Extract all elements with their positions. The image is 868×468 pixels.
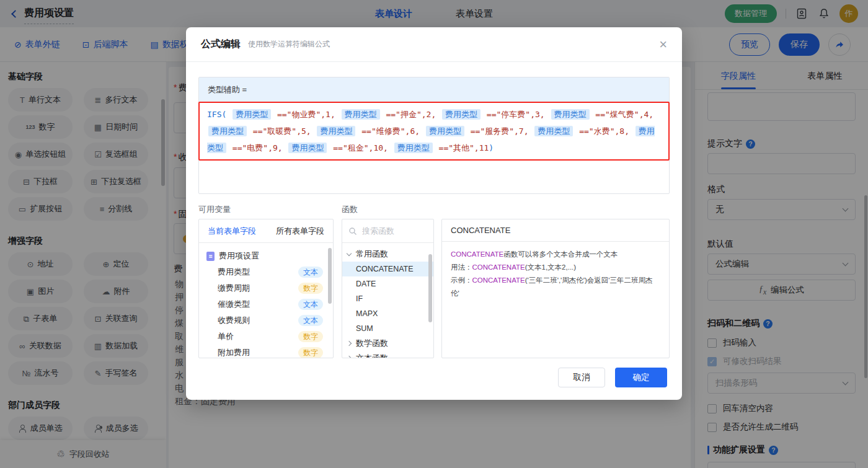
variable-row[interactable]: 收费规则文本 (199, 312, 333, 329)
function-keyword: ) (489, 143, 494, 152)
function-item[interactable]: DATE (342, 276, 433, 291)
field-chip[interactable]: 费用类型 (534, 126, 573, 136)
variable-type-badge: 数字 (298, 331, 323, 342)
field-chip[interactable]: 费用类型 (288, 143, 327, 153)
usage-args: (文本1,文本2,...) (525, 263, 576, 271)
function-detail-example: 示例：CONCATENATE('三年二班','周杰伦')会返回'三年二班周杰伦' (451, 274, 660, 300)
formula-literal: =="其他",11 (434, 143, 489, 152)
example-label: 示例： (451, 276, 472, 284)
variable-name: 收费规则 (218, 315, 250, 326)
function-group[interactable]: 常用函数 (342, 247, 433, 262)
form-doc-icon: ≣ (206, 252, 215, 261)
modal-body: 类型辅助 = IFS( 费用类型 =="物业费",1, 费用类型 =="押金",… (186, 62, 682, 358)
function-detail-usage: 用法：CONCATENATE(文本1,文本2,...) (451, 261, 660, 274)
usage-label: 用法： (451, 263, 472, 271)
chevron-right-icon (347, 356, 352, 358)
variables-form-row: ≣费用项设置 (199, 248, 333, 264)
formula-literal: =="停车费",3, (482, 110, 549, 119)
field-chip[interactable]: 费用类型 (394, 143, 433, 153)
variable-type-badge: 数字 (298, 347, 323, 358)
function-detail-body: CONCATENATE函数可以将多个文本合并成一个文本 用法：CONCATENA… (442, 242, 669, 306)
function-detail-panel: CONCATENATE CONCATENATE函数可以将多个文本合并成一个文本 … (441, 219, 670, 358)
field-chip[interactable]: 费用类型 (442, 109, 480, 120)
function-search-input[interactable] (362, 226, 424, 236)
function-group-name: 常用函数 (356, 249, 388, 260)
formula-code[interactable]: IFS( 费用类型 =="物业费",1, 费用类型 =="押金",2, 费用类型… (198, 102, 670, 161)
app-root: 费用项设置 表单设计表单设置 数据管理 作 ⊘表单外链⊡后端脚本▤数据权限 预览… (0, 0, 868, 468)
formula-literal: =="物业费",1, (272, 110, 340, 119)
formula-literal: =="水费",8, (574, 126, 634, 136)
variable-row[interactable]: 附加费用数字 (199, 345, 333, 358)
variable-name: 单价 (218, 331, 234, 342)
functions-scrollbar[interactable] (428, 254, 432, 322)
formula-editor-modal: 公式编辑 使用数学运算符编辑公式 × 类型辅助 = IFS( 费用类型 =="物… (186, 27, 682, 400)
function-search (342, 219, 433, 243)
field-chip[interactable]: 费用类型 (232, 109, 271, 120)
modal-footer: 取消 确定 (558, 368, 667, 387)
formula-literal: =="服务费",7, (466, 126, 533, 136)
formula-literal: =="押金",2, (381, 110, 441, 119)
function-detail-title: CONCATENATE (442, 219, 669, 242)
variable-row[interactable]: 缴费周期数字 (199, 280, 333, 296)
formula-literal: =="租金",10, (328, 143, 392, 152)
form-name: 费用项设置 (219, 250, 259, 262)
chevron-right-icon (347, 341, 352, 346)
variable-row[interactable]: 催缴类型文本 (199, 296, 333, 312)
formula-target: 类型辅助 = (199, 77, 669, 102)
function-name: CONCATENATE (451, 250, 503, 258)
field-chip[interactable]: 费用类型 (317, 126, 355, 136)
variable-name: 附加费用 (218, 347, 250, 358)
modal-title: 公式编辑 (201, 38, 241, 51)
function-group-name: 数学函数 (356, 338, 388, 349)
function-name: CONCATENATE (472, 263, 525, 271)
variables-panel: 当前表单字段 所有表单字段 ≣费用项设置费用类型文本缴费周期数字催缴类型文本收费… (198, 219, 334, 358)
chevron-down-icon (347, 250, 352, 255)
function-group[interactable]: 数学函数 (342, 336, 433, 351)
formula-literal: =="煤气费",4, (591, 110, 654, 119)
field-chip[interactable]: 费用类型 (208, 126, 247, 136)
function-item[interactable]: IF (342, 291, 433, 306)
close-icon[interactable]: × (659, 38, 667, 51)
variable-name: 催缴类型 (218, 299, 250, 310)
function-group[interactable]: 文本函数 (342, 351, 433, 358)
formula-editor-box: 类型辅助 = IFS( 费用类型 =="物业费",1, 费用类型 =="押金",… (198, 77, 670, 194)
variable-row[interactable]: 单价数字 (199, 329, 333, 345)
variable-type-badge: 文本 (298, 299, 323, 310)
tab-current-form-fields[interactable]: 当前表单字段 (208, 226, 256, 237)
tab-all-form-fields[interactable]: 所有表单字段 (276, 226, 324, 237)
function-keyword: IFS( (207, 110, 231, 119)
formula-literal: =="取暖费",5, (248, 126, 316, 136)
search-icon (348, 227, 357, 236)
formula-literal: =="电费",9, (228, 143, 287, 152)
field-chip[interactable]: 费用类型 (426, 126, 464, 136)
variables-list: ≣费用项设置费用类型文本缴费周期数字催缴类型文本收费规则文本单价数字附加费用数字 (199, 243, 333, 358)
functions-list: 常用函数CONCATENATEDATEIFMAPXSUM数学函数文本函数 (342, 243, 433, 358)
modal-subtitle: 使用数学运算符编辑公式 (248, 39, 330, 50)
function-desc: 函数可以将多个文本合并成一个文本 (503, 250, 618, 258)
formula-editor-empty-area[interactable] (199, 160, 669, 193)
confirm-button[interactable]: 确定 (615, 368, 667, 387)
function-item[interactable]: MAPX (342, 306, 433, 321)
function-group-name: 文本函数 (356, 353, 388, 358)
variable-name: 缴费周期 (218, 283, 250, 294)
variable-row[interactable]: 费用类型文本 (199, 264, 333, 280)
panels-row: 当前表单字段 所有表单字段 ≣费用项设置费用类型文本缴费周期数字催缴类型文本收费… (198, 219, 670, 358)
variable-type-badge: 文本 (298, 315, 323, 326)
variables-label: 可用变量 (198, 204, 231, 215)
field-chip[interactable]: 费用类型 (551, 109, 590, 120)
function-name: CONCATENATE (472, 276, 525, 284)
formula-literal: =="维修费",6, (356, 126, 424, 136)
modal-header: 公式编辑 使用数学运算符编辑公式 × (186, 27, 682, 62)
variables-tabs: 当前表单字段 所有表单字段 (199, 219, 333, 243)
variable-name: 费用类型 (218, 267, 250, 278)
variable-type-badge: 数字 (298, 283, 323, 294)
function-item[interactable]: SUM (342, 321, 433, 336)
function-detail-line1: CONCATENATE函数可以将多个文本合并成一个文本 (451, 248, 660, 261)
variables-scrollbar[interactable] (328, 248, 332, 304)
functions-label: 函数 (342, 204, 358, 215)
panel-labels: 可用变量 函数 (198, 204, 670, 215)
function-item[interactable]: CONCATENATE (342, 262, 433, 276)
cancel-button[interactable]: 取消 (558, 368, 605, 387)
field-chip[interactable]: 费用类型 (342, 109, 380, 120)
functions-panel: 常用函数CONCATENATEDATEIFMAPXSUM数学函数文本函数 (342, 219, 434, 358)
